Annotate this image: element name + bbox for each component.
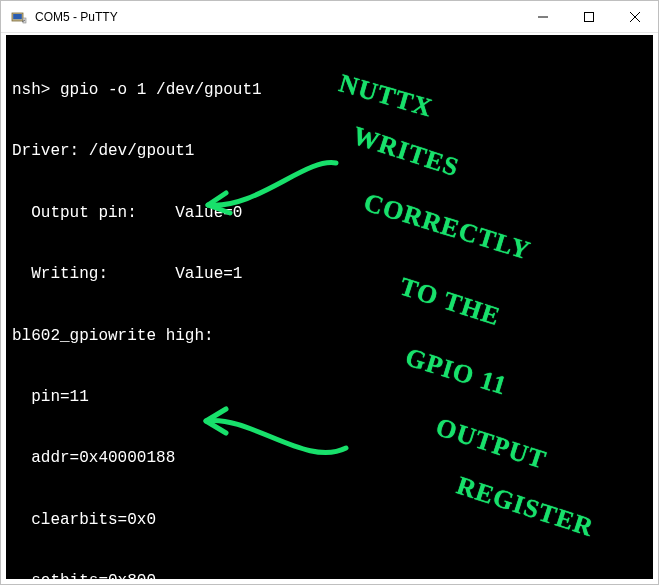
terminal-line: clearbits=0x0 [12, 510, 647, 530]
maximize-button[interactable] [566, 1, 612, 32]
terminal-line: Output pin: Value=0 [12, 203, 647, 223]
terminal-line: nsh> gpio -o 1 /dev/gpout1 [12, 80, 647, 100]
putty-icon [9, 7, 29, 27]
window-controls [520, 1, 658, 32]
terminal-line: bl602_gpiowrite high: [12, 326, 647, 346]
putty-window: COM5 - PuTTY nsh> gpio -o 1 /dev/gpout1 … [0, 0, 659, 585]
close-button[interactable] [612, 1, 658, 32]
terminal-area[interactable]: nsh> gpio -o 1 /dev/gpout1 Driver: /dev/… [1, 33, 658, 584]
terminal-line: addr=0x40000188 [12, 448, 647, 468]
titlebar[interactable]: COM5 - PuTTY [1, 1, 658, 33]
svg-rect-5 [585, 12, 594, 21]
handwritten-annotation-layer: NUTTX WRITES CORRECTLY TO THE GPIO 11 OU… [6, 35, 653, 579]
svg-rect-1 [13, 14, 22, 19]
terminal-line: Writing: Value=1 [12, 264, 647, 284]
window-title: COM5 - PuTTY [35, 10, 520, 24]
terminal-line: pin=11 [12, 387, 647, 407]
handwritten-text: CORRECTLY [360, 185, 535, 267]
handwritten-text: REGISTER [452, 469, 598, 545]
terminal-line: Driver: /dev/gpout1 [12, 141, 647, 161]
terminal-line: setbits=0x800 [12, 571, 647, 584]
minimize-button[interactable] [520, 1, 566, 32]
